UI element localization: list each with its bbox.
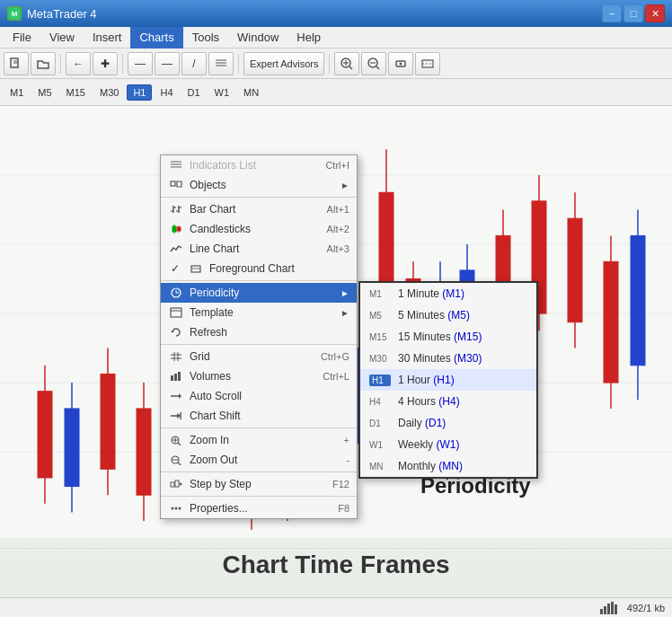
tf-d1[interactable]: D1 (181, 84, 207, 101)
period-m5[interactable]: M5 5 Minutes (M5) (360, 304, 536, 326)
zoom-in-label: Zoom In (190, 434, 229, 446)
bar-chart-label: Bar Chart (190, 203, 235, 216)
tf-m5[interactable]: M5 (31, 84, 57, 101)
svg-rect-65 (171, 163, 181, 165)
toolbar-zoom-out[interactable] (361, 52, 386, 75)
toolbar-zoom-in[interactable] (334, 52, 359, 75)
toolbar-fib[interactable] (208, 52, 234, 75)
toolbar-line[interactable]: — (128, 52, 153, 75)
tf-h4[interactable]: H4 (154, 84, 179, 101)
objects-icon (168, 179, 184, 191)
tf-h1[interactable]: H1 (127, 84, 152, 101)
period-m15[interactable]: M15 15 Minutes (M15) (360, 326, 536, 348)
svg-rect-78 (177, 227, 181, 231)
menu-item-volumes[interactable]: Volumes Ctrl+L (161, 366, 357, 386)
zoom-out-label: Zoom Out (190, 454, 237, 466)
period-label-h4: 4 Hours (H4) (398, 395, 460, 408)
period-w1[interactable]: W1 Weekly (W1) (360, 434, 536, 455)
menu-charts[interactable]: Charts (130, 27, 182, 48)
template-icon (168, 306, 184, 319)
menu-item-periodicity[interactable]: Periodicity ► M1 1 Minute (M1) M5 5 Minu… (161, 283, 357, 303)
tf-w1[interactable]: W1 (208, 84, 236, 101)
menu-item-zoom-out[interactable]: Zoom Out - (161, 450, 357, 470)
zoom-out-shortcut: - (346, 454, 349, 465)
foreground-chart-label: Foreground Chart (209, 262, 295, 275)
menu-item-foreground-chart[interactable]: ✓ Foreground Chart (161, 259, 357, 278)
template-arrow: ► (340, 308, 349, 318)
svg-rect-114 (600, 609, 603, 614)
status-bars-icon (600, 602, 618, 614)
svg-rect-94 (174, 374, 177, 381)
period-m1[interactable]: M1 1 Minute (M1) (360, 283, 536, 304)
menu-item-auto-scroll[interactable]: Auto Scroll (161, 386, 357, 406)
menu-item-line-chart[interactable]: Line Chart Alt+3 (161, 239, 357, 259)
toolbar-open[interactable] (31, 52, 56, 75)
menu-item-indicators-list[interactable]: Indicators List Ctrl+I (161, 155, 357, 175)
period-code-w1: W1 (369, 440, 391, 450)
menu-divider-6 (161, 496, 357, 497)
indicators-list-icon (168, 159, 184, 172)
tf-m1[interactable]: M1 (4, 84, 30, 101)
menu-divider-3 (161, 344, 357, 345)
menu-item-grid[interactable]: Grid Ctrl+G (161, 347, 357, 366)
refresh-icon (168, 326, 184, 339)
line-chart-label: Line Chart (190, 242, 239, 255)
toolbar-crosshair[interactable]: ✚ (93, 52, 118, 75)
menu-item-properties[interactable]: Properties... F8 (161, 498, 357, 518)
svg-line-106 (178, 463, 181, 465)
menu-view[interactable]: View (40, 27, 84, 48)
objects-arrow: ► (340, 181, 349, 190)
period-label-mn: Monthly (MN) (398, 460, 463, 472)
menu-item-chart-shift[interactable]: Chart Shift (161, 406, 357, 426)
app-icon: M (7, 6, 22, 21)
period-label-m5: 5 Minutes (M5) (398, 309, 470, 322)
menu-help[interactable]: Help (287, 27, 330, 48)
menu-window[interactable]: Window (228, 27, 287, 48)
svg-rect-81 (191, 266, 200, 272)
main-area: Periodicity Chart Time Frames Indicators… (0, 106, 672, 597)
menu-item-objects[interactable]: Objects ► (161, 175, 357, 195)
maximize-button[interactable]: □ (623, 4, 643, 22)
minimize-button[interactable]: − (602, 4, 622, 22)
periodicity-arrow: ► (340, 288, 349, 298)
periodicity-submenu[interactable]: M1 1 Minute (M1) M5 5 Minutes (M5) M15 1… (358, 281, 538, 479)
grid-shortcut: Ctrl+G (321, 351, 349, 362)
template-label: Template (190, 306, 234, 319)
menu-item-template[interactable]: Template ► (161, 303, 357, 322)
svg-line-9 (349, 66, 352, 69)
properties-icon (168, 502, 184, 515)
tf-mn[interactable]: MN (237, 84, 265, 101)
toolbar-chart-zoom[interactable] (415, 52, 440, 75)
menu-bar: File View Insert Charts Tools Window Hel… (0, 27, 672, 48)
menu-item-zoom-in[interactable]: Zoom In + (161, 430, 357, 450)
auto-scroll-icon (168, 390, 184, 402)
menu-file[interactable]: File (4, 27, 40, 48)
period-d1[interactable]: D1 Daily (D1) (360, 412, 536, 434)
toolbar-new[interactable] (4, 52, 29, 75)
menu-item-step-by-step[interactable]: Step by Step F12 (161, 474, 357, 494)
menu-insert[interactable]: Insert (84, 27, 131, 48)
zoom-in-icon (168, 434, 184, 446)
tf-m30[interactable]: M30 (93, 84, 125, 101)
toolbar-properties[interactable] (388, 52, 413, 75)
menu-item-candlesticks[interactable]: Candlesticks Alt+2 (161, 219, 357, 239)
period-code-h4: H4 (369, 397, 391, 407)
menu-item-bar-chart[interactable]: Bar Chart Alt+1 (161, 199, 357, 219)
period-h4[interactable]: H4 4 Hours (H4) (360, 391, 536, 412)
close-button[interactable]: ✕ (645, 4, 665, 22)
period-h1[interactable]: H1 1 Hour (H1) (360, 369, 536, 391)
menu-item-refresh[interactable]: Refresh (161, 322, 357, 342)
tf-m15[interactable]: M15 (60, 84, 92, 101)
toolbar-arrow[interactable]: ← (66, 52, 91, 75)
grid-icon (168, 350, 184, 363)
period-label-m1: 1 Minute (M1) (398, 287, 464, 300)
period-m30[interactable]: M30 30 Minutes (M30) (360, 348, 536, 369)
toolbar-tline[interactable]: / (181, 52, 207, 75)
toolbar-hline[interactable]: ― (155, 52, 180, 75)
charts-menu[interactable]: Indicators List Ctrl+I Objects ► (160, 154, 358, 519)
period-mn[interactable]: MN Monthly (MN) (360, 455, 536, 477)
menu-tools[interactable]: Tools (183, 27, 228, 48)
expert-advisors-btn[interactable]: Expert Advisors (243, 52, 324, 75)
toolbar-main: ← ✚ — ― / Expert Advisors (0, 48, 672, 79)
svg-line-102 (178, 443, 181, 445)
